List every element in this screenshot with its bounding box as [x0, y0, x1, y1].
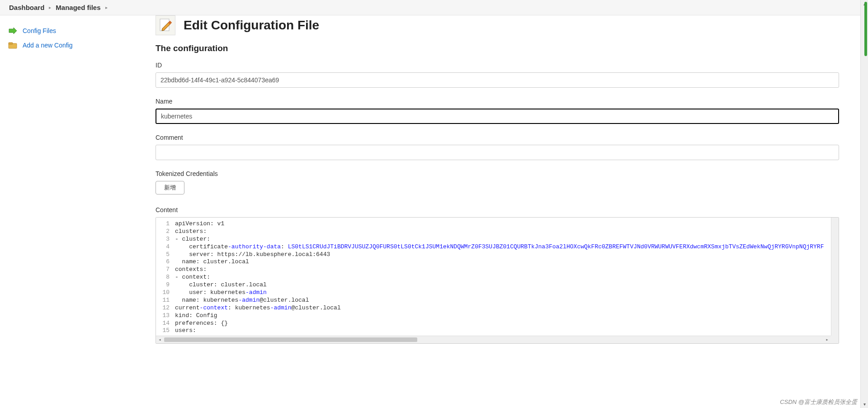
scroll-corner	[831, 336, 839, 343]
arrow-right-icon	[8, 27, 17, 34]
scroll-thumb[interactable]	[864, 2, 867, 56]
breadcrumb-item-dashboard[interactable]: Dashboard	[9, 4, 44, 11]
folder-icon	[8, 42, 17, 49]
chevron-right-icon: ▸	[49, 5, 51, 10]
tokenized-credentials-label: Tokenized Credentials	[156, 170, 839, 177]
sidebar-item-label: Config Files	[23, 27, 56, 34]
page-title: Edit Configuration File	[184, 18, 319, 33]
sidebar: Config Files Add a new Config	[0, 15, 145, 362]
sidebar-item-label: Add a new Config	[23, 42, 73, 49]
edit-file-icon	[156, 15, 175, 35]
code-vertical-scrollbar[interactable]	[831, 218, 839, 336]
watermark: CSDN @富士康质检员张全蛋	[780, 398, 857, 406]
scroll-down-icon[interactable]: ▾	[861, 400, 868, 408]
scroll-thumb[interactable]	[164, 337, 417, 342]
svg-rect-2	[9, 43, 13, 44]
comment-label: Comment	[156, 134, 839, 141]
id-input[interactable]	[156, 72, 839, 88]
page-header: Edit Configuration File	[156, 15, 839, 35]
name-input[interactable]	[156, 109, 839, 124]
sidebar-item-config-files[interactable]: Config Files	[8, 24, 145, 38]
name-label: Name	[156, 98, 839, 105]
breadcrumb: Dashboard ▸ Managed files ▸	[0, 0, 868, 15]
code-body[interactable]: apiVersion: v1clusters:- cluster: certif…	[174, 218, 831, 336]
comment-input[interactable]	[156, 145, 839, 160]
section-title: The configuration	[156, 43, 839, 53]
add-credential-button[interactable]: 新增	[156, 181, 184, 195]
breadcrumb-item-managed-files[interactable]: Managed files	[56, 4, 100, 11]
content-label: Content	[156, 206, 839, 213]
sidebar-item-add-config[interactable]: Add a new Config	[8, 38, 145, 52]
id-label: ID	[156, 62, 839, 69]
page-vertical-scrollbar[interactable]: ▴ ▾	[860, 0, 868, 408]
chevron-right-icon: ▸	[105, 5, 108, 10]
svg-marker-0	[9, 28, 17, 34]
scroll-left-icon[interactable]: ◂	[156, 336, 164, 343]
scroll-right-icon[interactable]: ▸	[823, 336, 831, 343]
content-editor[interactable]: 12345678910111213141516171819 apiVersion…	[156, 217, 839, 344]
main-content: Edit Configuration File The configuratio…	[145, 15, 850, 362]
code-gutter: 12345678910111213141516171819	[156, 218, 172, 336]
code-horizontal-scrollbar[interactable]: ◂ ▸	[156, 336, 831, 343]
